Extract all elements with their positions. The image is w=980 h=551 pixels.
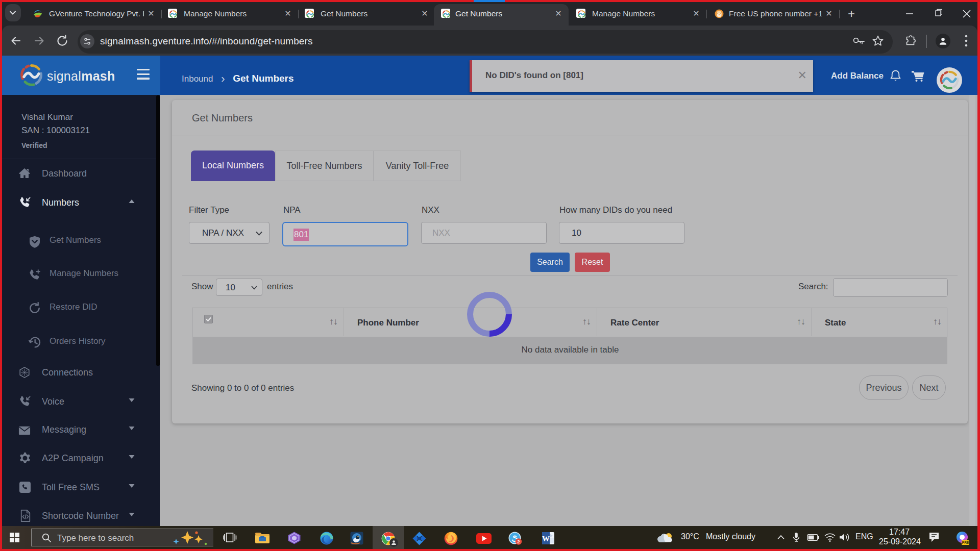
svg-text:PRE: PRE [962, 541, 969, 544]
svg-text:2: 2 [517, 539, 520, 544]
svg-text:W: W [542, 535, 550, 543]
